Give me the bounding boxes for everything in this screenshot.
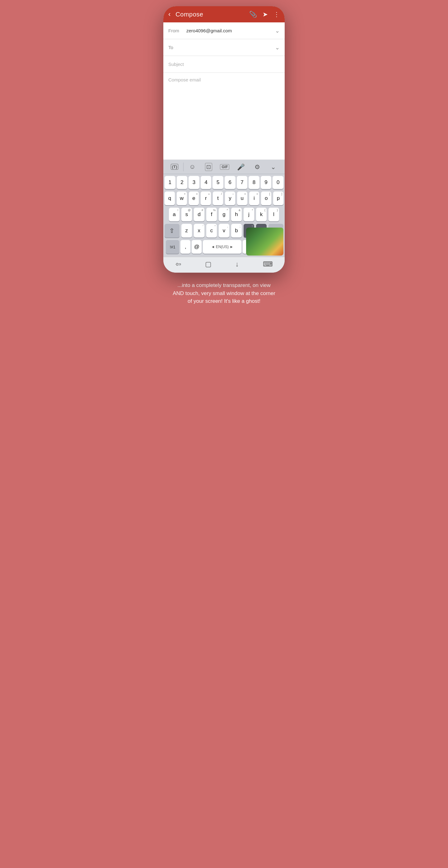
key-7[interactable]: 7 (237, 176, 248, 189)
caption-text: ...into a completely transparent, on vie… (163, 281, 285, 305)
qwerty-row-1: q w+ e× r= t/ y− u< i> o[ p] (165, 191, 283, 205)
key-q[interactable]: q (165, 191, 175, 205)
nav-bar: ⇦ ▢ ↓ ⌨ (163, 257, 285, 273)
subject-row[interactable]: Subject (163, 56, 285, 73)
key-b[interactable]: b; (231, 224, 242, 238)
qwerty-row-2: a! s@ d# f% g^ h& j* k( l) (165, 208, 283, 221)
back-icon[interactable]: ‹ (168, 10, 171, 18)
app-title: Compose (176, 11, 203, 18)
key-r[interactable]: r= (201, 191, 211, 205)
key-f[interactable]: f% (206, 208, 217, 221)
compose-body[interactable]: Compose email (163, 73, 285, 160)
key-v[interactable]: v, (219, 224, 229, 238)
key-h[interactable]: h& (231, 208, 242, 221)
key-j[interactable]: j* (244, 208, 254, 221)
space-key[interactable]: ◄ EN(US) ► (203, 240, 241, 254)
mic-icon: 🎤 (237, 163, 245, 171)
to-label: To (168, 45, 186, 50)
keyboard-container: (T) ☺ ⊡ GIF 🎤 ⚙ (163, 160, 285, 273)
key-c[interactable]: c" (206, 224, 217, 238)
at-key[interactable]: @ (192, 240, 202, 254)
key-t[interactable]: t/ (213, 191, 223, 205)
shift-key[interactable]: ⇧ (165, 224, 180, 238)
nav-back-icon[interactable]: ⇦ (176, 260, 181, 268)
key-e[interactable]: e× (189, 191, 199, 205)
key-4[interactable]: 4 (201, 176, 212, 189)
key-3[interactable]: 3 (188, 176, 200, 189)
chevron-down-icon: ⌄ (271, 163, 276, 171)
key-w[interactable]: w+ (177, 191, 187, 205)
more-icon[interactable]: ⋮ (273, 10, 280, 18)
bottom-row: !#1 , @ ◄ EN(US) ► . .com Done (165, 240, 283, 254)
key-d[interactable]: d# (194, 208, 204, 221)
nav-recents-icon[interactable]: ↓ (236, 260, 239, 268)
key-9[interactable]: 9 (261, 176, 272, 189)
collapse-button[interactable]: ⌄ (266, 161, 281, 173)
top-bar-left: ‹ Compose (168, 10, 203, 18)
gear-icon: ⚙ (255, 163, 260, 171)
symbols-key[interactable]: !#1 (166, 240, 179, 254)
body-placeholder: Compose email (168, 77, 201, 82)
emoji-icon: ☺ (189, 163, 196, 170)
from-row: From zero4096@gmail.com ⌄ (163, 22, 285, 39)
gif-button[interactable]: GIF (217, 161, 232, 173)
key-u[interactable]: u< (237, 191, 247, 205)
key-1[interactable]: 1 (165, 176, 176, 189)
nav-home-icon[interactable]: ▢ (205, 260, 212, 268)
sticker-button[interactable]: ⊡ (201, 161, 216, 173)
gif-icon: GIF (220, 164, 229, 170)
top-bar: ‹ Compose 📎 ➤ ⋮ (163, 6, 285, 22)
key-i[interactable]: i> (249, 191, 260, 205)
compose-area: From zero4096@gmail.com ⌄ To ⌄ Subject C… (163, 22, 285, 160)
comma-key[interactable]: , (180, 240, 190, 254)
key-8[interactable]: 8 (248, 176, 260, 189)
translate-icon: (T) (171, 164, 179, 170)
subject-placeholder[interactable]: Subject (168, 62, 184, 67)
key-p[interactable]: p] (273, 191, 283, 205)
key-s[interactable]: s@ (181, 208, 192, 221)
key-y[interactable]: y− (225, 191, 235, 205)
translate-button[interactable]: (T) (167, 161, 182, 173)
from-label: From (168, 28, 186, 33)
key-a[interactable]: a! (169, 208, 180, 221)
from-value[interactable]: zero4096@gmail.com (186, 28, 275, 33)
key-o[interactable]: o[ (261, 191, 271, 205)
key-g[interactable]: g^ (219, 208, 229, 221)
settings-button[interactable]: ⚙ (250, 161, 265, 173)
key-5[interactable]: 5 (212, 176, 223, 189)
toolbar-divider (183, 163, 184, 171)
phone-frame: ‹ Compose 📎 ➤ ⋮ From zero4096@gmail.com … (163, 6, 285, 273)
keyboard: 1 2 3 4 5 6 7 8 9 0 q w+ (163, 174, 285, 257)
attach-icon[interactable]: 📎 (249, 10, 257, 18)
phone-inner: ‹ Compose 📎 ➤ ⋮ From zero4096@gmail.com … (163, 6, 285, 273)
number-row: 1 2 3 4 5 6 7 8 9 0 (165, 176, 283, 189)
sticker-icon: ⊡ (205, 163, 212, 171)
nav-keyboard-icon[interactable]: ⌨ (263, 260, 273, 268)
key-2[interactable]: 2 (177, 176, 188, 189)
keyboard-toolbar: (T) ☺ ⊡ GIF 🎤 ⚙ (163, 160, 285, 174)
from-chevron-icon[interactable]: ⌄ (275, 27, 280, 34)
key-0[interactable]: 0 (272, 176, 283, 189)
to-chevron-icon[interactable]: ⌄ (275, 44, 280, 51)
mic-button[interactable]: 🎤 (234, 161, 248, 173)
page-wrapper: ‹ Compose 📎 ➤ ⋮ From zero4096@gmail.com … (163, 6, 285, 305)
key-l[interactable]: l) (268, 208, 279, 221)
emoji-button[interactable]: ☺ (185, 161, 200, 173)
to-row[interactable]: To ⌄ (163, 39, 285, 56)
top-bar-icons: 📎 ➤ ⋮ (249, 10, 280, 18)
key-x[interactable]: x' (194, 224, 204, 238)
key-z[interactable]: z (181, 224, 192, 238)
ghost-app-preview (246, 227, 283, 255)
key-k[interactable]: k( (256, 208, 267, 221)
send-icon[interactable]: ➤ (263, 10, 268, 18)
key-6[interactable]: 6 (225, 176, 236, 189)
